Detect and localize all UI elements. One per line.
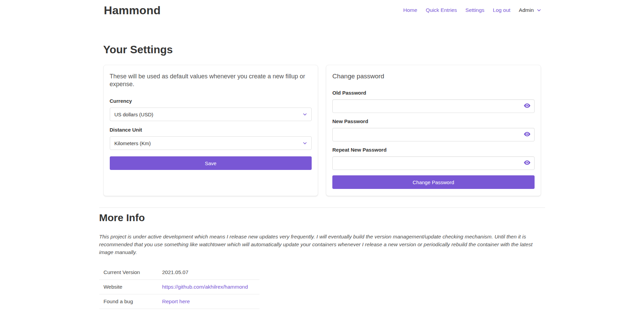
- row-label: Feature Request: [99, 309, 158, 310]
- toggle-password-visibility-button[interactable]: [523, 101, 532, 111]
- main-nav: Home Quick Entries Settings Log out Admi…: [403, 7, 545, 13]
- change-password-button[interactable]: Change Password: [332, 175, 535, 189]
- row-label: Website: [99, 280, 158, 294]
- repeat-password-input[interactable]: [332, 156, 535, 170]
- new-password-input[interactable]: [332, 128, 535, 141]
- main-content: Your Settings These will be used as defa…: [99, 20, 545, 310]
- report-bug-link[interactable]: Report here: [162, 298, 190, 304]
- row-label: Found a bug: [99, 294, 158, 309]
- row-value: Request here: [158, 309, 259, 310]
- row-value: Report here: [158, 294, 259, 309]
- settings-section: Your Settings These will be used as defa…: [99, 20, 545, 196]
- more-info-section: More Info This project is under active d…: [99, 207, 545, 310]
- change-password-title: Change password: [332, 73, 535, 80]
- old-password-field: Old Password: [332, 90, 535, 113]
- top-navbar: Hammond Home Quick Entries Settings Log …: [0, 0, 644, 20]
- new-password-label: New Password: [332, 118, 535, 124]
- defaults-card: These will be used as default values whe…: [103, 65, 318, 196]
- toggle-password-visibility-button[interactable]: [523, 158, 532, 168]
- repeat-password-field: Repeat New Password: [332, 147, 535, 170]
- table-row: Found a bug Report here: [99, 294, 259, 309]
- row-value: https://github.com/akhilrex/hammond: [158, 280, 259, 294]
- brand-logo[interactable]: Hammond: [99, 4, 161, 17]
- row-label: Current Version: [99, 265, 158, 280]
- website-link[interactable]: https://github.com/akhilrex/hammond: [162, 284, 248, 290]
- nav-item-home[interactable]: Home: [403, 7, 417, 13]
- old-password-label: Old Password: [332, 90, 535, 96]
- repeat-password-label: Repeat New Password: [332, 147, 535, 153]
- user-menu-label: Admin: [519, 7, 534, 13]
- distance-unit-label: Distance Unit: [110, 127, 312, 133]
- old-password-input[interactable]: [332, 99, 535, 113]
- eye-icon: [523, 131, 531, 139]
- currency-select[interactable]: US dollars (USD): [110, 108, 312, 121]
- distance-unit-field: Distance Unit Kilometers (Km): [110, 127, 312, 150]
- more-info-table: Current Version 2021.05.07 Website https…: [99, 265, 259, 310]
- change-password-card: Change password Old Password: [326, 65, 541, 196]
- user-menu-admin[interactable]: Admin: [519, 7, 541, 13]
- more-info-title: More Info: [99, 212, 545, 224]
- eye-icon: [523, 159, 531, 168]
- nav-item-quick-entries[interactable]: Quick Entries: [426, 7, 457, 13]
- currency-field: Currency US dollars (USD): [110, 98, 312, 121]
- defaults-intro-text: These will be used as default values whe…: [110, 73, 310, 88]
- distance-unit-select[interactable]: Kilometers (Km): [110, 136, 312, 150]
- chevron-down-icon: [537, 8, 541, 13]
- table-row: Feature Request Request here: [99, 309, 259, 310]
- toggle-password-visibility-button[interactable]: [523, 130, 532, 140]
- table-row: Current Version 2021.05.07: [99, 265, 259, 280]
- save-button[interactable]: Save: [110, 156, 312, 170]
- page-title: Your Settings: [103, 43, 541, 56]
- eye-icon: [523, 102, 531, 111]
- nav-item-settings[interactable]: Settings: [465, 7, 484, 13]
- table-row: Website https://github.com/akhilrex/hamm…: [99, 280, 259, 294]
- current-version-value: 2021.05.07: [158, 265, 259, 280]
- currency-label: Currency: [110, 98, 312, 104]
- settings-cards-row: These will be used as default values whe…: [103, 65, 541, 196]
- section-divider: [99, 207, 545, 208]
- development-note: This project is under active development…: [99, 233, 545, 256]
- nav-item-logout[interactable]: Log out: [493, 7, 511, 13]
- new-password-field: New Password: [332, 118, 535, 141]
